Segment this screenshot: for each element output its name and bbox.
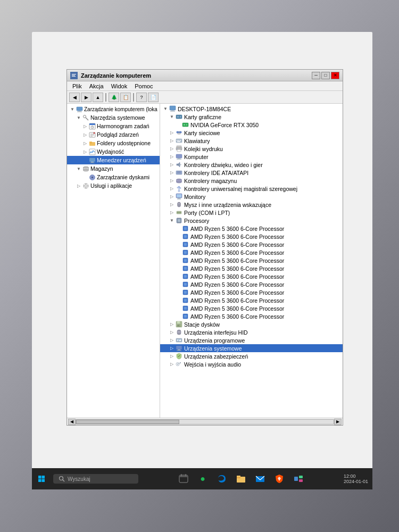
tree-item-menedzer[interactable]: Menedzer urządzeń (67, 156, 160, 164)
device-mysz[interactable]: ▷ Mysz i inne urządzenia wskazujące (160, 201, 343, 209)
expand-monitory[interactable]: ▷ (169, 193, 175, 201)
device-cpu-1[interactable]: AMD Ryzen 5 3600 6-Core Processor (160, 225, 343, 232)
expand-komputer[interactable]: ▷ (169, 153, 175, 161)
expand-stacje[interactable]: ▷ (169, 320, 175, 328)
device-porty[interactable]: ▷ Porty (COM i LPT) (160, 209, 343, 217)
show-hide-tree-button[interactable]: 🌲 (109, 93, 119, 102)
menu-help[interactable]: Pomoc (131, 82, 156, 90)
device-cpu-6[interactable]: AMD Ryzen 5 3600 6-Core Processor (160, 264, 343, 272)
expand-kontrolery-magazyn[interactable]: ▷ (169, 177, 175, 185)
tree-item-narzedzia[interactable]: ▼ Narzędzia systemowe (67, 113, 160, 122)
taskbar-icon-mail[interactable] (253, 471, 268, 486)
device-kontrolery-dzwiek[interactable]: ▷ Kontrolery dźwięku, wideo i gier (160, 161, 343, 169)
device-systemowe[interactable]: ▷ Urządzenia systemowe (160, 344, 343, 352)
expand-procesory[interactable]: ▼ (169, 217, 175, 225)
up-button[interactable]: ▲ (93, 93, 103, 102)
device-cpu-9[interactable]: AMD Ryzen 5 3600 6-Core Processor (160, 288, 343, 296)
tree-item-podglad[interactable]: ▷ Podgląd zdarzeń (67, 130, 160, 139)
device-monitory[interactable]: ▷ Monitory (160, 193, 343, 201)
extra-button[interactable]: 📄 (148, 93, 159, 102)
taskbar-icon-calendar[interactable] (176, 471, 191, 486)
taskbar-icon-folder[interactable] (234, 471, 248, 486)
expand-narzedzia[interactable]: ▼ (76, 113, 82, 122)
help-button[interactable]: ? (136, 93, 147, 102)
device-cpu-11[interactable]: AMD Ryzen 5 3600 6-Core Processor (160, 304, 343, 312)
expand-dyski[interactable] (82, 173, 88, 181)
expand-device-root[interactable]: ▼ (162, 105, 169, 113)
expand-systemowe[interactable]: ▷ (169, 344, 175, 352)
device-komputer[interactable]: ▷ Komputer (160, 153, 343, 161)
expand-kolejki[interactable]: ▷ (169, 145, 175, 153)
device-kontrolery-usb[interactable]: ▷ Kontrolery uniwersalnej magistrali sze… (160, 185, 343, 193)
device-kolejki[interactable]: ▷ Kolejki wydruku (160, 145, 343, 153)
taskbar-icon-spotify[interactable]: ● (195, 471, 210, 486)
device-nvidia[interactable]: NVIDIA GeForce RTX 3050 (160, 121, 343, 129)
minimize-button[interactable]: ─ (312, 72, 320, 79)
expand-porty[interactable]: ▷ (169, 209, 175, 217)
expand-mysz[interactable]: ▷ (169, 201, 175, 209)
menu-file[interactable]: Plik (69, 82, 85, 90)
expand-karty-sieciowe[interactable]: ▷ (169, 129, 175, 137)
device-root[interactable]: ▼ DESKTOP-18M84CE (160, 105, 343, 113)
device-stacje[interactable]: ▷ Stacje dysków (160, 320, 343, 328)
device-procesory[interactable]: ▼ Procesory (160, 217, 343, 225)
forward-button[interactable]: ▶ (81, 93, 92, 102)
menu-action[interactable]: Akcja (86, 82, 107, 90)
expand-magazyn[interactable]: ▼ (76, 164, 82, 173)
device-karty-graficzne[interactable]: ▼ Karty graficzne (160, 113, 343, 121)
scroll-track[interactable] (76, 419, 334, 425)
device-cpu-2[interactable]: AMD Ryzen 5 3600 6-Core Processor (160, 232, 343, 240)
horizontal-scrollbar[interactable]: ◀ ▶ (67, 418, 343, 425)
device-kontrolery-ide[interactable]: ▷ Kontrolery IDE ATA/ATAPI (160, 169, 343, 177)
taskbar-icon-other[interactable] (291, 471, 306, 486)
device-cpu-8[interactable]: AMD Ryzen 5 3600 6-Core Processor (160, 280, 343, 288)
scroll-right-button[interactable]: ▶ (334, 419, 342, 425)
expand-wydajnosc[interactable]: ▷ (82, 147, 88, 156)
tree-item-harmonogram[interactable]: ▷ Harmonogram zadań (67, 122, 160, 130)
menu-view[interactable]: Widok (108, 82, 131, 90)
maximize-button[interactable]: □ (321, 72, 330, 79)
tree-item-wydajnosc[interactable]: ▷ Wydajność (67, 147, 160, 156)
scroll-left-button[interactable]: ◀ (68, 419, 76, 425)
properties-button[interactable]: 📋 (120, 93, 131, 102)
close-button[interactable]: ✕ (331, 72, 339, 79)
expand-podglad[interactable]: ▷ (82, 130, 88, 139)
expand-hid[interactable]: ▷ (169, 328, 175, 336)
device-cpu-5[interactable]: AMD Ryzen 5 3600 6-Core Processor (160, 256, 343, 264)
taskbar-icon-edge[interactable] (214, 471, 229, 486)
device-cpu-10[interactable]: AMD Ryzen 5 3600 6-Core Processor (160, 296, 343, 304)
device-hid[interactable]: ▷ Urządzenia interfejsu HID (160, 328, 343, 336)
device-cpu-12[interactable]: AMD Ryzen 5 3600 6-Core Processor (160, 312, 343, 320)
back-button[interactable]: ◀ (69, 93, 80, 102)
expand-programowe[interactable]: ▷ (169, 336, 175, 344)
expand-karty-graficzne[interactable]: ▼ (169, 113, 175, 121)
start-button[interactable] (32, 468, 51, 489)
expand-kontrolery-ide[interactable]: ▷ (169, 169, 175, 177)
expand-uslugi[interactable]: ▷ (76, 181, 82, 190)
tree-item-dyski[interactable]: Zarządzanie dyskami (67, 173, 160, 181)
device-zabezpieczenia[interactable]: ▷ Urządzenia zabezpieczeń (160, 352, 343, 360)
device-audio[interactable]: ▷ Wejścia i wyjścia audio (160, 360, 343, 368)
device-cpu-3[interactable]: AMD Ryzen 5 3600 6-Core Processor (160, 240, 343, 248)
expand-audio[interactable]: ▷ (169, 360, 175, 368)
expand-zabezpieczenia[interactable]: ▷ (169, 352, 175, 360)
device-cpu-7[interactable]: AMD Ryzen 5 3600 6-Core Processor (160, 272, 343, 280)
expand-harmonogram[interactable]: ▷ (82, 122, 88, 130)
device-kontrolery-magazyn[interactable]: ▷ Kontrolery magazynu (160, 177, 343, 185)
expand-foldery[interactable]: ▷ (82, 139, 88, 147)
device-programowe[interactable]: ▷ Urządzenia programowe (160, 336, 343, 344)
device-klawiatury[interactable]: ▷ Klawiatury (160, 137, 343, 145)
expand-root[interactable]: ▼ (69, 105, 76, 113)
tree-item-foldery[interactable]: ▷ Foldery udostępnione (67, 139, 160, 147)
expand-kontrolery-dzwiek[interactable]: ▷ (169, 161, 175, 169)
taskbar-icon-brave[interactable] (272, 471, 287, 486)
tree-item-uslugi[interactable]: ▷ Usługi i aplikacje (67, 181, 160, 190)
device-karty-sieciowe[interactable]: ▷ Karty sieciowe (160, 129, 343, 137)
expand-klawiatury[interactable]: ▷ (169, 137, 175, 145)
taskbar-search[interactable]: Wyszukaj (53, 474, 138, 484)
tree-item-root[interactable]: ▼ Zarządzanie komputerem (loka (67, 105, 160, 113)
tree-item-magazyn[interactable]: ▼ Magazyn (67, 164, 160, 173)
expand-menedzer[interactable] (82, 156, 88, 164)
expand-kontrolery-usb[interactable]: ▷ (169, 185, 175, 193)
scroll-thumb[interactable] (76, 420, 179, 424)
